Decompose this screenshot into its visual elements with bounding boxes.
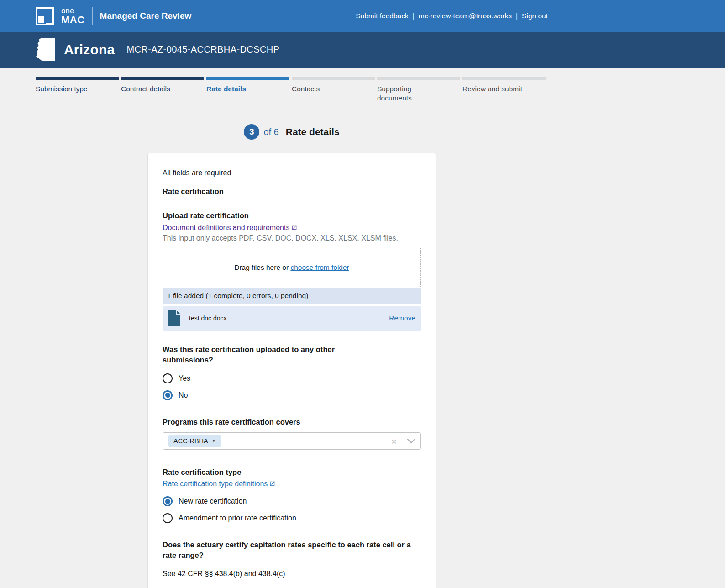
step-label: Supporting documents [377, 84, 462, 103]
logo-line-mac: MAC [61, 15, 85, 25]
arizona-state-icon [36, 38, 56, 61]
remove-file-link[interactable]: Remove [389, 314, 415, 322]
onemac-logo-text: one MAC [61, 7, 85, 25]
choose-from-folder-link[interactable]: choose from folder [290, 263, 349, 272]
radio-label-amendment: Amendment to prior rate certification [179, 514, 296, 522]
rate-certification-type-label: Rate certification type [163, 467, 421, 477]
chip-remove-icon[interactable]: × [212, 438, 216, 444]
step-rate-details: Rate details [206, 77, 292, 103]
radio-unselected-icon[interactable] [163, 513, 173, 523]
step-bar [462, 77, 546, 80]
step-bar [36, 77, 119, 80]
document-definitions-link[interactable]: Document definitions and requirements [163, 224, 297, 231]
external-link-icon [291, 225, 297, 231]
dropzone-text: Drag files here or [234, 263, 290, 272]
submission-header: Arizona MCR-AZ-0045-ACCRBHA-DCSCHP [0, 31, 725, 68]
cert-type-definitions-link-text: Rate certification type definitions [163, 480, 268, 488]
external-link-icon [269, 481, 275, 487]
radio-selected-icon[interactable] [163, 390, 173, 400]
radio-option-amendment[interactable]: Amendment to prior rate certification [163, 513, 421, 523]
programs-covered-label: Programs this rate certification covers [163, 417, 421, 427]
step-label: Rate details [206, 84, 292, 94]
app-title: Managed Care Review [100, 11, 192, 21]
onemac-brand[interactable]: one MAC Managed Care Review [36, 7, 191, 25]
document-file-icon [168, 310, 180, 326]
submission-id: MCR-AZ-0045-ACCRBHA-DCSCHP [126, 44, 279, 55]
file-upload-summary: 1 file added (1 complete, 0 errors, 0 pe… [163, 288, 421, 304]
required-fields-note: All fields are required [163, 169, 421, 177]
step-submission-type: Submission type [36, 77, 121, 103]
step-label: Contacts [292, 84, 377, 94]
header-nav: Submit feedback | mc-review-team@truss.w… [356, 12, 548, 20]
page-heading: 3 of 6 Rate details [36, 124, 548, 140]
chevron-down-icon[interactable] [407, 439, 415, 443]
other-submissions-radio-group: Yes No [163, 373, 421, 400]
cert-type-radio-group: New rate certification Amendment to prio… [163, 496, 421, 523]
rate-details-form-card: All fields are required Rate certificati… [147, 153, 436, 588]
document-definitions-link-text: Document definitions and requirements [163, 224, 289, 231]
page-title: Rate details [286, 126, 340, 137]
radio-option-new-rate-certification[interactable]: New rate certification [163, 496, 421, 506]
step-bar [206, 77, 289, 80]
onemac-logo-icon [36, 7, 54, 25]
radio-option-yes[interactable]: Yes [163, 373, 421, 383]
select-controls: × [391, 436, 415, 446]
actuary-certify-question: Does the actuary certify capitation rate… [163, 540, 413, 561]
step-label: Contract details [121, 84, 206, 94]
cfr-reference-text: See 42 CFR §§ 438.4(b) and 438.4(c) [163, 570, 421, 578]
cert-type-definitions-link[interactable]: Rate certification type definitions [163, 480, 275, 488]
radio-label-new-rate: New rate certification [179, 497, 247, 505]
other-submissions-question: Was this rate certification uploaded to … [163, 344, 373, 365]
clear-all-icon[interactable]: × [391, 436, 397, 446]
logo-line-one: one [61, 7, 85, 15]
radio-selected-icon[interactable] [163, 496, 173, 506]
radio-label-yes: Yes [179, 374, 190, 383]
step-review-and-submit: Review and submit [462, 77, 548, 103]
rate-certification-section-title: Rate certification [163, 187, 421, 196]
file-dropzone[interactable]: Drag files here or choose from folder [163, 248, 421, 287]
header-separator: | [516, 12, 518, 20]
uploaded-file-row: test doc.docx Remove [163, 306, 421, 331]
step-supporting-documents: Supporting documents [377, 77, 462, 103]
uploaded-file-name: test doc.docx [189, 315, 227, 322]
step-label: Review and submit [462, 84, 548, 94]
step-contacts: Contacts [292, 77, 377, 103]
file-types-hint: This input only accepts PDF, CSV, DOC, D… [163, 234, 421, 242]
upload-rate-certification-label: Upload rate certification [163, 210, 421, 220]
select-divider [402, 436, 402, 446]
step-indicator: Submission type Contract details Rate de… [36, 68, 548, 103]
user-email: mc-review-team@truss.works [419, 12, 512, 20]
step-label: Submission type [36, 84, 121, 94]
step-bar [292, 77, 375, 80]
radio-label-no: No [179, 391, 188, 399]
radio-option-no[interactable]: No [163, 390, 421, 400]
brand-divider [92, 7, 93, 25]
step-contract-details: Contract details [121, 77, 206, 103]
header-separator: | [413, 12, 415, 20]
state-name: Arizona [64, 42, 115, 58]
submit-feedback-link[interactable]: Submit feedback [356, 12, 408, 20]
programs-multiselect[interactable]: ACC-RBHA × × [163, 432, 421, 450]
step-number-badge: 3 [244, 124, 259, 140]
step-bar [121, 77, 204, 80]
sign-out-link[interactable]: Sign out [522, 12, 548, 20]
step-bar [377, 77, 460, 80]
program-chip-acc-rbha: ACC-RBHA × [168, 435, 221, 447]
program-chip-label: ACC-RBHA [173, 437, 208, 445]
app-header: one MAC Managed Care Review Submit feedb… [0, 0, 725, 31]
step-of-text: of 6 [263, 127, 278, 137]
radio-unselected-icon[interactable] [163, 373, 173, 383]
